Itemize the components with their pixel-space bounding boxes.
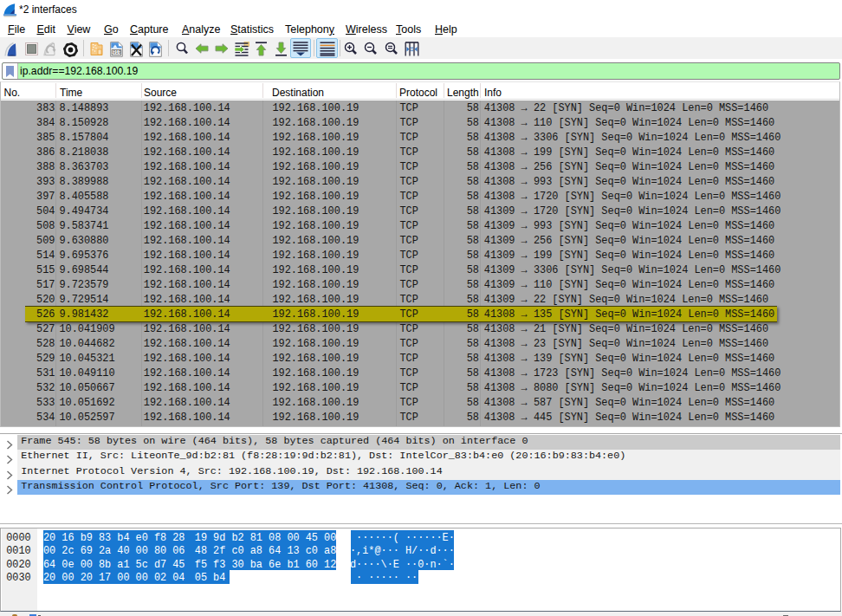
svg-text:010: 010: [113, 50, 120, 55]
